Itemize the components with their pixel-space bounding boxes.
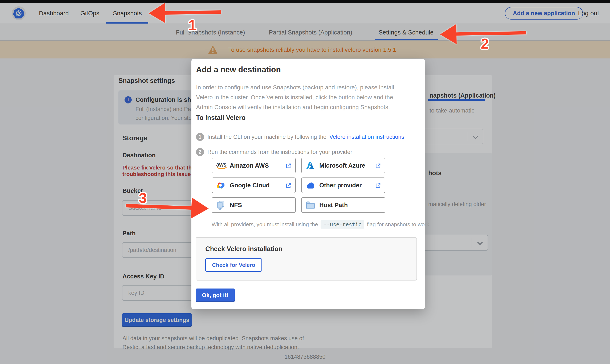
install-step-2: 2 Run the commands from the instructions… bbox=[196, 148, 352, 156]
velero-instructions-link[interactable]: Velero installation instructions bbox=[329, 134, 404, 140]
annotation-arrow-1 bbox=[148, 2, 225, 23]
azure-icon bbox=[306, 161, 319, 169]
provider-label: Other provider bbox=[319, 182, 362, 189]
step-1-text: Install the CLI on your machine by follo… bbox=[208, 134, 326, 140]
provider-label: Host Path bbox=[319, 202, 348, 208]
provider-nfs[interactable]: NFS bbox=[212, 197, 296, 213]
step-1-badge: 1 bbox=[196, 133, 204, 141]
modal-intro: In order to configure and use Snapshots … bbox=[196, 82, 394, 112]
provider-amazon-aws[interactable]: aws Amazon AWS bbox=[212, 158, 296, 173]
external-link-icon bbox=[375, 163, 381, 169]
app-root: Snapshot settings i Configuration is sh … bbox=[0, 0, 610, 364]
provider-grid: aws Amazon AWS Microsoft Azure bbox=[212, 158, 385, 213]
annotation-number-1: 1 bbox=[188, 17, 196, 33]
provider-google-cloud[interactable]: Google Cloud bbox=[212, 178, 296, 193]
check-velero-box: Check Velero installation Check for Vele… bbox=[196, 237, 417, 281]
provider-label: Google Cloud bbox=[230, 182, 270, 189]
modal-intro-line: In order to configure and use Snapshots … bbox=[196, 82, 394, 92]
external-link-icon bbox=[285, 182, 292, 189]
check-for-velero-button[interactable]: Check for Velero bbox=[205, 258, 262, 272]
modal-intro-line: Velero in the cluster. Once Velero is in… bbox=[196, 92, 394, 102]
aws-icon: aws bbox=[216, 162, 230, 169]
nfs-icon bbox=[216, 200, 230, 210]
provider-label: Microsoft Azure bbox=[319, 162, 365, 169]
add-destination-modal: Add a new destination In order to config… bbox=[191, 59, 425, 309]
annotation-number-3: 3 bbox=[139, 190, 147, 206]
use-restic-flag-chip: --use-restic bbox=[321, 220, 364, 229]
provider-microsoft-azure[interactable]: Microsoft Azure bbox=[301, 158, 385, 173]
provider-other[interactable]: Other provider bbox=[301, 178, 385, 193]
cloud-icon bbox=[306, 182, 319, 189]
external-link-icon bbox=[375, 182, 381, 189]
annotation-arrow-3 bbox=[125, 195, 209, 219]
install-step-1: 1 Install the CLI on your machine by fol… bbox=[196, 133, 404, 141]
restic-note: With all providers, you must install usi… bbox=[212, 220, 431, 229]
restic-note-after: flag for snapshots to work. bbox=[367, 221, 430, 228]
google-cloud-icon bbox=[216, 181, 230, 189]
check-velero-heading: Check Velero installation bbox=[205, 245, 283, 253]
step-2-text: Run the commands from the instructions f… bbox=[208, 149, 352, 156]
folder-icon bbox=[306, 201, 319, 209]
provider-label: NFS bbox=[230, 202, 242, 208]
provider-host-path[interactable]: Host Path bbox=[301, 197, 385, 213]
step-2-badge: 2 bbox=[196, 148, 204, 156]
ok-got-it-button[interactable]: Ok, got it! bbox=[196, 288, 235, 302]
restic-note-before: With all providers, you must install usi… bbox=[212, 221, 318, 228]
annotation-number-2: 2 bbox=[481, 35, 489, 52]
modal-title: Add a new destination bbox=[196, 65, 281, 74]
provider-label: Amazon AWS bbox=[230, 162, 269, 169]
external-link-icon bbox=[285, 163, 292, 169]
modal-intro-line: Admin Console will verify the installati… bbox=[196, 102, 394, 112]
install-velero-heading: To install Velero bbox=[196, 114, 246, 122]
